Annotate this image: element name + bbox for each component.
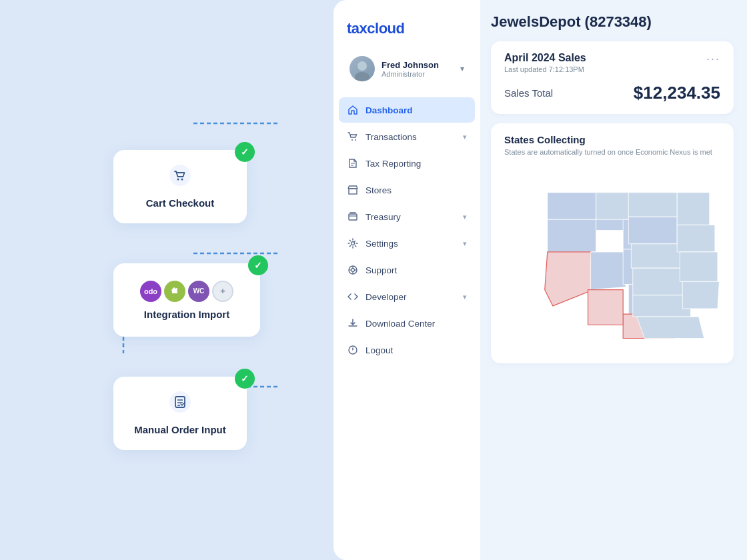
sidebar-item-stores[interactable]: Stores (339, 177, 475, 203)
state-ks[interactable] (633, 268, 687, 295)
cart-checkout-card: ✓ Cart Checkout (113, 150, 247, 223)
download-icon (347, 317, 359, 329)
manual-order-icon (169, 391, 191, 417)
sidebar-item-developer[interactable]: Developer ▾ (339, 284, 475, 309)
svg-point-14 (351, 139, 353, 141)
state-sd[interactable] (628, 217, 677, 244)
store-icon (347, 184, 359, 196)
integration-import-label: Integration Import (144, 309, 229, 320)
sidebar-item-settings[interactable]: Settings ▾ (339, 231, 475, 256)
check-badge-3: ✓ (235, 369, 255, 389)
svg-rect-20 (349, 214, 357, 220)
us-map-svg (504, 164, 720, 351)
developer-label: Developer (365, 292, 456, 302)
report-icon (347, 157, 359, 169)
sidebar-item-support[interactable]: Support (339, 257, 475, 283)
user-name: Fred Johnson (382, 60, 454, 70)
sidebar-item-dashboard[interactable]: Dashboard (339, 97, 475, 123)
nav-menu: Dashboard Transactions ▾ (333, 95, 480, 560)
odoo-icon: odo (140, 281, 161, 302)
support-label: Support (365, 265, 467, 275)
workflow-row-1: ✓ Cart Checkout (113, 150, 247, 223)
left-panel: ✓ Cart Checkout ✓ odo (0, 0, 333, 560)
cart-icon (347, 131, 359, 143)
integration-icons: odo WC + (140, 281, 233, 302)
sales-title: April 2024 Sales (504, 52, 586, 64)
state-ar[interactable] (682, 281, 719, 309)
treasury-icon (347, 211, 359, 223)
svg-point-5 (169, 165, 191, 186)
state-mo[interactable] (680, 252, 718, 282)
store-title: JewelsDepot (8273348) (491, 13, 734, 31)
check-badge-1: ✓ (235, 142, 255, 162)
user-info: Fred Johnson Administrator (382, 60, 454, 78)
transactions-chevron-icon: ▾ (463, 133, 467, 141)
more-integrations-icon: + (212, 281, 233, 302)
treasury-label: Treasury (365, 212, 456, 222)
workflow-row-3: ✓ Manual Order Input (113, 377, 247, 450)
manual-order-label: Manual Order Input (134, 424, 226, 435)
support-icon (347, 264, 359, 276)
download-center-label: Download Center (365, 319, 467, 329)
sidebar-item-tax-reporting[interactable]: Tax Reporting (339, 151, 475, 176)
sales-card: April 2024 Sales Last updated 7:12:13PM … (491, 41, 734, 114)
state-ca[interactable] (545, 252, 594, 306)
state-az[interactable] (588, 290, 624, 325)
code-icon (347, 291, 359, 303)
state-or[interactable] (548, 219, 596, 252)
state-ia[interactable] (677, 225, 715, 252)
cart-checkout-icon (169, 165, 191, 191)
sales-amount: $12,234.35 (634, 83, 720, 103)
svg-point-15 (355, 139, 356, 141)
state-ok[interactable] (633, 295, 691, 317)
workflow-stack: ✓ Cart Checkout ✓ odo (73, 110, 260, 450)
dashboard-label: Dashboard (365, 105, 467, 115)
user-section[interactable]: Fred Johnson Administrator ▾ (339, 48, 475, 89)
home-icon (347, 104, 359, 116)
states-title: States Collecting (504, 134, 720, 145)
sales-card-header: April 2024 Sales Last updated 7:12:13PM … (504, 52, 720, 73)
workflow-row-2: ✓ odo WC + Integration (113, 263, 260, 337)
state-nd[interactable] (628, 193, 677, 217)
integration-import-card: ✓ odo WC + Integration (113, 263, 260, 337)
svg-point-24 (351, 269, 355, 272)
sales-row: Sales Total $12,234.35 (504, 83, 720, 103)
developer-chevron-icon: ▾ (463, 293, 467, 301)
user-role: Administrator (382, 70, 454, 78)
settings-label: Settings (365, 239, 456, 249)
sidebar-item-treasury[interactable]: Treasury ▾ (339, 204, 475, 229)
state-mn[interactable] (677, 193, 710, 225)
sidebar: taxcloud Fred Johnson Administrator ▾ Da… (333, 0, 480, 560)
gear-icon (347, 237, 359, 249)
cart-checkout-label: Cart Checkout (146, 197, 215, 209)
state-tx[interactable] (636, 317, 704, 338)
app-logo: taxcloud (333, 13, 480, 48)
user-chevron-icon: ▾ (460, 64, 464, 73)
avatar (349, 56, 375, 81)
states-card: States Collecting States are automatical… (491, 123, 734, 363)
sales-updated: Last updated 7:12:13PM (504, 65, 586, 73)
sales-dots-button[interactable]: ··· (706, 52, 720, 66)
svg-rect-18 (349, 189, 357, 194)
svg-point-6 (177, 179, 179, 181)
sidebar-item-download-center[interactable]: Download Center (339, 311, 475, 336)
tax-reporting-label: Tax Reporting (365, 159, 467, 169)
logout-icon (347, 344, 359, 356)
logout-label: Logout (365, 345, 467, 355)
stores-label: Stores (365, 185, 467, 195)
sidebar-item-logout[interactable]: Logout (339, 337, 475, 363)
check-badge-2: ✓ (248, 255, 268, 275)
state-nv[interactable] (591, 252, 626, 290)
transactions-label: Transactions (365, 132, 456, 142)
woo-icon: WC (188, 281, 209, 302)
svg-point-7 (181, 179, 183, 181)
shopify-icon (164, 281, 185, 302)
states-subtitle: States are automatically turned on once … (504, 148, 720, 156)
state-wa[interactable] (548, 193, 596, 220)
manual-order-card: ✓ Manual Order Input (113, 377, 247, 450)
sales-label: Sales Total (504, 87, 553, 99)
treasury-chevron-icon: ▾ (463, 213, 467, 221)
sidebar-item-transactions[interactable]: Transactions ▾ (339, 124, 475, 149)
main-content: JewelsDepot (8273348) April 2024 Sales L… (480, 0, 747, 560)
us-map-container (504, 164, 720, 351)
